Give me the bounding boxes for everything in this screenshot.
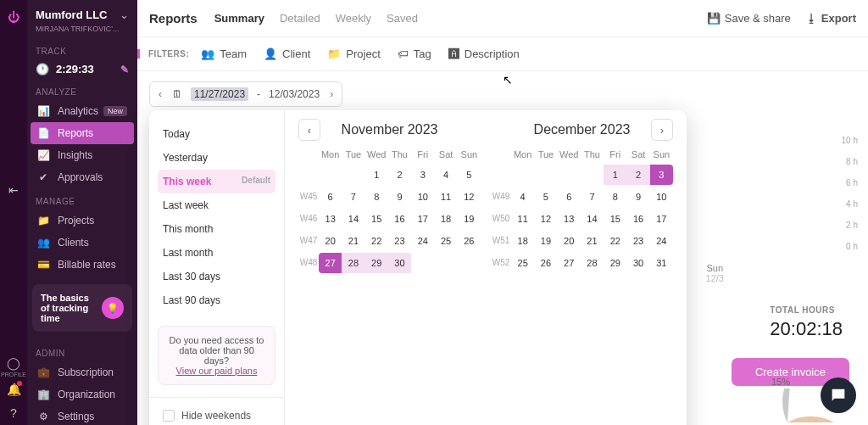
calendar-day[interactable]: 16 [626,209,649,229]
nav-settings[interactable]: ⚙Settings [27,405,137,425]
calendar-day[interactable]: 26 [458,231,481,251]
calendar-day[interactable]: 10 [411,187,434,207]
filter-client[interactable]: 👤Client [264,48,310,60]
nav-subscription[interactable]: 💼Subscription [27,361,137,383]
calendar-day[interactable]: 14 [581,209,604,229]
calendar-day[interactable]: 29 [365,253,388,273]
power-icon[interactable]: ⏻ [5,8,22,25]
calendar-day[interactable]: 13 [319,209,342,229]
calendar-day[interactable]: 24 [650,231,673,251]
calendar-day[interactable]: 5 [458,165,481,185]
calendar-day[interactable]: 6 [558,187,581,207]
calendar-day[interactable]: 4 [511,187,534,207]
date-range-pill[interactable]: ‹ 🗓 11/27/2023 - 12/03/2023 › [149,81,342,107]
next-range-icon[interactable]: › [328,88,335,100]
calendar-day[interactable]: 9 [388,187,411,207]
nav-clients[interactable]: 👥Clients [27,232,137,254]
calendar-day[interactable]: 18 [511,231,534,251]
nav-insights[interactable]: 📈Insights [27,144,137,166]
collapse-icon[interactable]: ⇤ [5,182,22,199]
save-share-button[interactable]: 💾Save & share [707,12,791,25]
calendar-day[interactable]: 5 [534,187,557,207]
calendar-day[interactable]: 6 [319,187,342,207]
calendar-day[interactable]: 17 [650,209,673,229]
calendar-day[interactable]: 4 [434,165,457,185]
calendar-day[interactable]: 23 [626,231,649,251]
calendar-day[interactable]: 7 [342,187,364,207]
calendar-day[interactable]: 1 [604,165,626,185]
calendar-day[interactable]: 21 [342,231,364,251]
calendar-day[interactable]: 27 [319,253,342,273]
preset-last-30-days[interactable]: Last 30 days [149,265,284,288]
calendar-day[interactable]: 11 [511,209,534,229]
preset-last-month[interactable]: Last month [149,241,284,265]
preset-last-90-days[interactable]: Last 90 days [149,288,284,312]
calendar-day[interactable]: 20 [319,231,342,251]
edit-icon[interactable]: ✎ [120,64,129,75]
calendar-day[interactable]: 14 [342,209,364,229]
calendar-day[interactable]: 28 [581,253,604,273]
calendar-day[interactable]: 12 [534,209,557,229]
calendar-day[interactable]: 23 [388,231,411,251]
calendar-day[interactable]: 22 [604,231,626,251]
preset-this-week[interactable]: This weekDefault [158,170,275,193]
nav-organization[interactable]: 🏢Organization [27,383,137,405]
prev-range-icon[interactable]: ‹ [157,88,164,100]
filter-project[interactable]: 📁Project [327,48,380,60]
timer-row[interactable]: 🕐 2:29:33 ✎ [27,59,137,79]
filter-description[interactable]: 🅰Description [448,48,520,60]
tab-summary[interactable]: Summary [214,12,264,25]
calendar-day[interactable]: 27 [558,253,581,273]
calendar-day[interactable]: 29 [604,253,626,273]
next-month-button[interactable]: › [651,119,673,141]
calendar-day[interactable]: 1 [365,165,388,185]
promo-card[interactable]: The basics of tracking time 💡 [32,284,132,332]
nav-approvals[interactable]: ✔Approvals [27,166,137,188]
calendar-day[interactable]: 9 [626,187,649,207]
preset-yesterday[interactable]: Yesterday [149,146,284,170]
tab-weekly[interactable]: Weekly [336,12,371,25]
filter-team[interactable]: 👥Team [201,48,247,60]
preset-today[interactable]: Today [149,122,284,146]
calendar-day[interactable]: 10 [650,187,673,207]
calendar-day[interactable]: 28 [342,253,364,273]
export-button[interactable]: ⭳Export [806,12,856,25]
checkbox-icon[interactable] [163,410,175,422]
calendar-day[interactable]: 3 [411,165,434,185]
calendar-day[interactable]: 7 [581,187,604,207]
calendar-day[interactable]: 21 [581,231,604,251]
calendar-day[interactable]: 26 [534,253,557,273]
prev-month-button[interactable]: ‹ [298,119,320,141]
nav-analytics[interactable]: 📊AnalyticsNew [27,100,137,122]
calendar-day[interactable]: 30 [626,253,649,273]
intercom-launcher[interactable] [821,377,856,413]
nav-billable-rates[interactable]: 💳Billable rates [27,254,137,276]
calendar-day[interactable]: 2 [626,165,649,185]
calendar-day[interactable]: 25 [511,253,534,273]
calendar-day[interactable]: 3 [650,165,673,185]
calendar-day[interactable]: 19 [534,231,557,251]
nav-reports[interactable]: 📄Reports [31,122,134,144]
calendar-day[interactable]: 30 [388,253,411,273]
preset-last-week[interactable]: Last week [149,193,284,217]
notifications-icon[interactable]: 🔔 [5,381,22,398]
calendar-day[interactable]: 8 [604,187,626,207]
calendar-day[interactable]: 17 [411,209,434,229]
calendar-day[interactable]: 13 [558,209,581,229]
calendar-day[interactable]: 15 [604,209,626,229]
paid-plans-link[interactable]: View our paid plans [176,366,258,376]
nav-projects[interactable]: 📁Projects [27,210,137,232]
calendar-day[interactable]: 12 [458,187,481,207]
tab-saved[interactable]: Saved [387,12,418,25]
tab-detailed[interactable]: Detailed [280,12,320,25]
help-icon[interactable]: ? [5,405,22,422]
calendar-day[interactable]: 16 [388,209,411,229]
calendar-day[interactable]: 22 [365,231,388,251]
hide-weekends-row[interactable]: Hide weekends [149,397,284,425]
calendar-day[interactable]: 20 [558,231,581,251]
calendar-day[interactable]: 25 [434,231,457,251]
calendar-day[interactable]: 8 [365,187,388,207]
profile-icon[interactable]: ◯ [5,355,22,372]
calendar-day[interactable]: 24 [411,231,434,251]
calendar-day[interactable]: 11 [434,187,457,207]
